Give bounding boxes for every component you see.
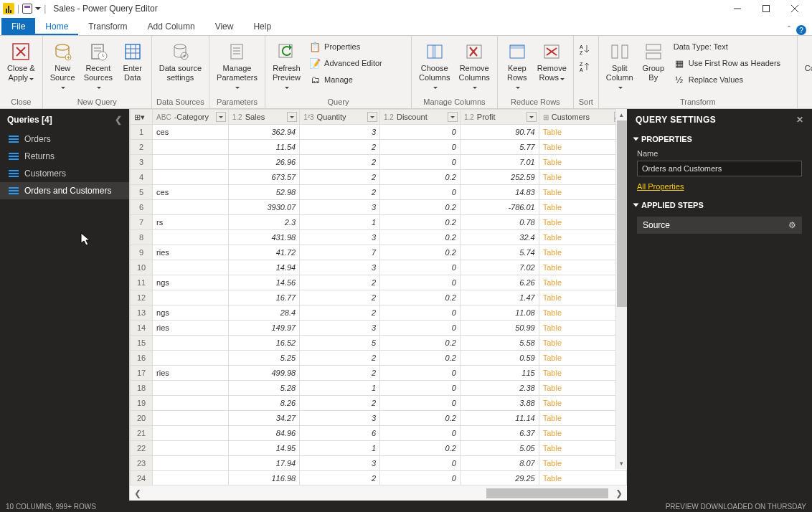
cell[interactable]: 11.14 (460, 411, 539, 426)
cell[interactable]: 0.2 (380, 441, 461, 456)
tab-add-column[interactable]: Add Column (138, 18, 205, 35)
cell[interactable]: 0 (380, 381, 461, 396)
cell[interactable]: 6 (300, 426, 380, 441)
choose-columns-button[interactable]: Choose Columns (416, 39, 453, 93)
cell[interactable]: 7 (300, 245, 380, 260)
remove-rows-button[interactable]: Remove Rows (535, 39, 569, 83)
cell[interactable]: ries (153, 245, 229, 260)
cell[interactable]: 14.56 (228, 275, 299, 290)
cell[interactable]: 5.58 (460, 336, 539, 351)
cell[interactable]: Table (539, 411, 626, 426)
cell[interactable]: Table (539, 125, 626, 140)
cell[interactable]: 28.4 (228, 305, 299, 321)
cell[interactable]: 0 (380, 396, 461, 411)
column-filter-icon[interactable] (448, 112, 458, 122)
cell[interactable]: 3 (300, 125, 380, 140)
cell[interactable] (153, 411, 229, 426)
cell[interactable]: 3 (300, 230, 380, 245)
cell[interactable] (153, 155, 229, 170)
cell[interactable]: 0 (380, 140, 461, 155)
properties-section[interactable]: PROPERTIES (627, 131, 812, 148)
step-source[interactable]: Source ⚙ (637, 217, 802, 234)
cell[interactable]: 673.57 (228, 170, 299, 185)
cell[interactable]: 14.94 (228, 260, 299, 275)
row-number[interactable]: 8 (131, 230, 153, 245)
cell[interactable]: Table (539, 456, 626, 471)
cell[interactable]: 90.74 (460, 125, 539, 140)
cell[interactable]: 0 (380, 155, 461, 170)
cell[interactable]: 5.25 (228, 351, 299, 366)
cell[interactable]: 0.2 (380, 290, 461, 305)
row-number[interactable]: 17 (131, 366, 153, 381)
cell[interactable]: 0.59 (460, 351, 539, 366)
cell[interactable] (153, 170, 229, 185)
query-item[interactable]: Customers (0, 165, 129, 182)
cell[interactable] (153, 426, 229, 441)
cell[interactable]: -786.01 (460, 200, 539, 215)
cell[interactable] (153, 290, 229, 305)
cell[interactable]: 0 (380, 275, 461, 290)
cell[interactable]: ries (153, 366, 229, 381)
table-row[interactable]: 2214.9510.25.05Table (131, 441, 627, 456)
table-row[interactable]: 211.54205.77Table (131, 140, 627, 155)
cell[interactable] (153, 260, 229, 275)
query-item[interactable]: Returns (0, 148, 129, 165)
cell[interactable] (153, 441, 229, 456)
cell[interactable]: 0 (380, 321, 461, 336)
row-number[interactable]: 21 (131, 426, 153, 441)
cell[interactable]: 0.2 (380, 411, 461, 426)
cell[interactable] (153, 200, 229, 215)
row-number[interactable]: 13 (131, 305, 153, 321)
cell[interactable]: 362.94 (228, 125, 299, 140)
tab-transform[interactable]: Transform (78, 18, 137, 35)
keep-rows-button[interactable]: Keep Rows (502, 39, 532, 93)
cell[interactable]: Table (539, 441, 626, 456)
cell[interactable]: 2 (300, 185, 380, 200)
cell[interactable] (153, 471, 229, 485)
row-number[interactable]: 1 (131, 125, 153, 140)
cell[interactable]: 8.26 (228, 396, 299, 411)
row-number[interactable]: 24 (131, 471, 153, 485)
cell[interactable]: 5.77 (460, 140, 539, 155)
recent-sources-button[interactable]: Recent Sources (81, 39, 115, 93)
cell[interactable]: 3 (300, 411, 380, 426)
table-row[interactable]: 1014.94307.02Table (131, 260, 627, 275)
cell[interactable]: 3 (300, 321, 380, 336)
cell[interactable]: 52.98 (228, 185, 299, 200)
cell[interactable]: Table (539, 260, 626, 275)
row-number[interactable]: 15 (131, 336, 153, 351)
cell[interactable]: 8.07 (460, 456, 539, 471)
column-filter-icon[interactable] (216, 112, 226, 122)
table-row[interactable]: 5ces52.982014.83Table (131, 185, 627, 200)
cell[interactable]: Table (539, 381, 626, 396)
cell[interactable]: 3 (300, 200, 380, 215)
table-row[interactable]: 7rs2.310.20.78Table (131, 215, 627, 230)
table-row[interactable]: 63930.0730.2-786.01Table (131, 200, 627, 215)
cell[interactable]: 41.72 (228, 245, 299, 260)
cell[interactable]: 84.96 (228, 426, 299, 441)
remove-columns-button[interactable]: Remove Columns (455, 39, 492, 93)
table-row[interactable]: 165.2520.20.59Table (131, 351, 627, 366)
enter-data-button[interactable]: Enter Data (118, 39, 147, 83)
tab-home[interactable]: Home (35, 18, 78, 35)
row-number[interactable]: 12 (131, 290, 153, 305)
cell[interactable]: 0 (380, 305, 461, 321)
cell[interactable]: Table (539, 245, 626, 260)
row-number[interactable]: 7 (131, 215, 153, 230)
minimize-button[interactable] (723, 0, 752, 17)
combine-button[interactable]: Combine (802, 39, 812, 83)
cell[interactable]: 2 (300, 170, 380, 185)
cell[interactable]: ngs (153, 275, 229, 290)
column-filter-icon[interactable] (287, 112, 297, 122)
table-row[interactable]: 1ces362.943090.74Table (131, 125, 627, 140)
cell[interactable]: 1 (300, 441, 380, 456)
column-header[interactable]: 1.2Sales (228, 110, 299, 125)
row-header-corner[interactable]: ⊞▾ (131, 110, 153, 125)
all-properties-link[interactable]: All Properties (627, 181, 812, 196)
close-button[interactable] (780, 0, 809, 17)
cell[interactable]: 0 (380, 125, 461, 140)
refresh-preview-button[interactable]: Refresh Preview (270, 39, 303, 93)
cell[interactable]: 2 (300, 396, 380, 411)
sort-desc-button[interactable]: ZA (578, 59, 594, 75)
row-number[interactable]: 2 (131, 140, 153, 155)
